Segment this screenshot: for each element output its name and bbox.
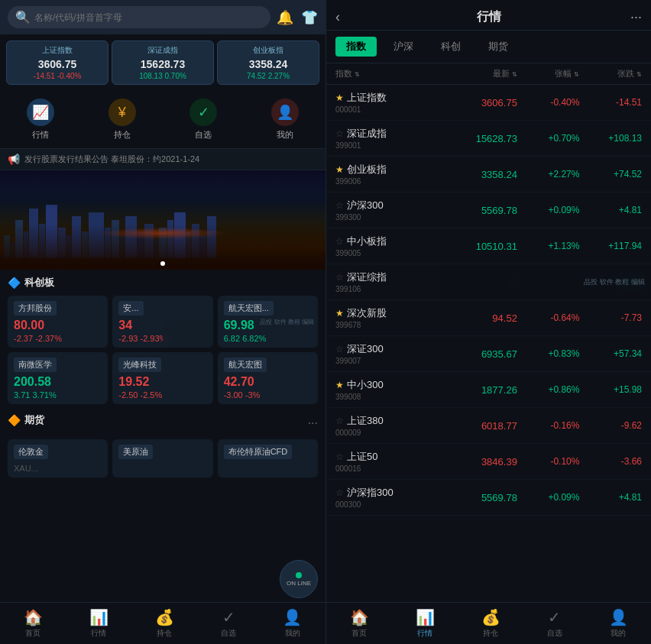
mr-code: 399008 [335, 393, 439, 401]
nav-item-zixuan[interactable]: ✓ 自选 [189, 99, 217, 141]
index-title-shzs: 上证指数 [11, 45, 103, 56]
star-icon[interactable]: ☆ [335, 344, 344, 354]
market-row[interactable]: ☆ 沪深300 399300 5569.78 +0.09% +4.81 [326, 193, 651, 228]
stock-price: 42.70 [224, 375, 312, 389]
sort-change-icon[interactable]: ⇅ [636, 71, 642, 78]
mr-code: 000001 [335, 105, 439, 114]
rbnav-hangqing[interactable]: 📊 行情 [416, 608, 435, 639]
mr-code: 399007 [335, 357, 439, 365]
mr-price: 5569.78 [439, 205, 517, 216]
star-icon[interactable]: ★ [335, 380, 344, 390]
mr-name-col: ☆ 中小板指 399005 [335, 235, 439, 257]
futures-card-oil[interactable]: 美原油 [112, 439, 212, 477]
market-row[interactable]: ☆ 中小板指 399005 10510.31 +1.13% +117.94 [326, 228, 651, 264]
rbnav-label-zx: 自选 [547, 628, 562, 639]
market-row[interactable]: ☆ 深证300 399007 6935.67 +0.83% +57.34 [326, 336, 651, 372]
mr-pct: -0.10% [517, 456, 580, 467]
sort-pct-icon[interactable]: ⇅ [574, 71, 579, 78]
nav-item-wode[interactable]: 👤 我的 [271, 99, 299, 141]
market-row[interactable]: ☆ 深证成指 399001 15628.73 +0.70% +108.13 [326, 121, 651, 157]
mr-name: 上证50 [347, 450, 377, 464]
star-icon[interactable]: ☆ [335, 128, 344, 139]
rbnav-chicang[interactable]: 💰 持仓 [481, 608, 500, 639]
right-tabs: 指数 沪深 科创 期货 [326, 31, 651, 63]
stock-card-hangtian2[interactable]: 航天宏图 42.70 -3.00 -3% [218, 352, 318, 404]
stock-card-guangfeng[interactable]: 光峰科技 19.52 -2.50 -2.5% [112, 352, 212, 404]
search-input[interactable] [34, 12, 263, 23]
hangqing-icon: 📈 [27, 99, 54, 126]
star-icon[interactable]: ☆ [335, 272, 344, 283]
index-card-shzs[interactable]: 上证指数 3606.75 -14.51 -0.40% [6, 40, 108, 85]
market-row[interactable]: ☆ 上证50 000016 3846.39 -0.10% -3.66 [326, 444, 651, 480]
tab-qihuo[interactable]: 期货 [478, 37, 519, 57]
nav-item-hangqing[interactable]: 📈 行情 [27, 99, 54, 141]
bnav-wode[interactable]: 👤 我的 [283, 608, 302, 639]
star-icon[interactable]: ☆ [335, 236, 344, 247]
star-icon[interactable]: ☆ [335, 451, 344, 462]
kechuang-stock-grid: 方邦股份 80.00 -2.37 -2.37% 安... 34 -2.93 -2… [8, 296, 318, 348]
search-box[interactable]: 🔍 [8, 6, 270, 28]
stock-card-hangtian[interactable]: 航天宏图... 69.98 6.82 6.82% 品投 软件 教程 编辑 [218, 296, 318, 348]
mr-price: 6935.67 [439, 348, 517, 360]
stock-card-an[interactable]: 安... 34 -2.93 -2.93% [112, 296, 212, 348]
bell-icon[interactable]: 🔔 [277, 9, 293, 26]
mr-change: -14.51 [579, 97, 642, 108]
market-row[interactable]: ☆ 深证综指 399106 -- +6.86 品投 软件 教程 编辑 [326, 264, 651, 300]
chicang-icon: ¥ [108, 99, 136, 126]
star-icon[interactable]: ☆ [335, 487, 344, 498]
market-row[interactable]: ☆ 沪深指300 000300 5569.78 +0.09% +4.81 [326, 480, 651, 516]
star-icon[interactable]: ★ [335, 92, 344, 103]
back-arrow-icon[interactable]: ‹ [335, 9, 340, 25]
market-row[interactable]: ★ 创业板指 399006 3358.24 +2.27% +74.52 [326, 157, 651, 193]
bnav-hangqing[interactable]: 📊 行情 [89, 608, 108, 639]
star-icon[interactable]: ★ [335, 164, 344, 175]
mr-name-col: ★ 中小300 399008 [335, 378, 439, 401]
index-card-szcz[interactable]: 深证成指 15628.73 108.13 0.70% [112, 40, 214, 85]
star-icon[interactable]: ★ [335, 308, 344, 319]
index-change-shzs: -14.51 -0.40% [11, 72, 103, 80]
mr-price: 15628.73 [439, 133, 517, 144]
rbnav-label-cc: 持仓 [483, 628, 498, 639]
sort-name-icon[interactable]: ⇅ [355, 71, 360, 78]
sort-price-icon[interactable]: ⇅ [512, 71, 517, 78]
rbnav-home[interactable]: 🏠 首页 [350, 608, 369, 639]
tab-kechuang[interactable]: 科创 [430, 37, 471, 57]
mr-star: ★ 中小300 [335, 378, 439, 392]
user-icon[interactable]: 👕 [301, 9, 318, 26]
futures-card-gold[interactable]: 伦敦金 XAU... [8, 439, 108, 477]
online-button[interactable]: ON LINE [280, 560, 318, 598]
stock-card-nanwei[interactable]: 南微医学 200.58 3.71 3.71% [8, 352, 108, 404]
market-row[interactable]: ★ 上证指数 000001 3606.75 -0.40% -14.51 [326, 85, 651, 121]
star-icon[interactable]: ☆ [335, 200, 344, 211]
rbnav-zixuan[interactable]: ✓ 自选 [547, 608, 562, 639]
mr-pct: +0.09% [517, 492, 580, 503]
futures-card-brent[interactable]: 布伦特原油CFD [218, 439, 318, 477]
bnav-zixuan[interactable]: ✓ 自选 [221, 608, 236, 639]
rbnav-wode[interactable]: 👤 我的 [609, 608, 628, 639]
index-change-cyb: 74.52 2.27% [222, 72, 314, 80]
mr-code: 399300 [335, 213, 439, 222]
futures-section: 🔶 期货 ··· 伦敦金 XAU... 美原油 布伦特原油CFD [0, 410, 326, 484]
mr-name: 中小300 [347, 378, 384, 392]
bnav-chicang[interactable]: 💰 持仓 [155, 608, 174, 639]
stock-card-fangbang[interactable]: 方邦股份 80.00 -2.37 -2.37% [8, 296, 108, 348]
mr-name: 沪深指300 [347, 486, 394, 500]
tab-zhishu[interactable]: 指数 [335, 37, 377, 57]
star-icon[interactable]: ☆ [335, 416, 344, 426]
right-more-icon[interactable]: ··· [630, 9, 642, 25]
market-row[interactable]: ★ 中小300 399008 1877.26 +0.86% +15.98 [326, 372, 651, 408]
more-dots-icon[interactable]: ··· [308, 416, 318, 430]
market-row[interactable]: ☆ 上证380 000009 6018.77 -0.16% -9.62 [326, 408, 651, 444]
tab-hushen[interactable]: 沪深 [383, 37, 424, 57]
nav-item-chicang[interactable]: ¥ 持仓 [108, 99, 136, 141]
stock-price: 200.58 [14, 375, 102, 389]
nav-label-hangqing: 行情 [32, 129, 49, 141]
mr-price: 5569.78 [439, 492, 517, 503]
bnav-home[interactable]: 🏠 首页 [24, 608, 43, 639]
home-icon: 🏠 [24, 608, 43, 626]
mr-change: +4.81 [579, 492, 642, 503]
bnav-label-home: 首页 [25, 628, 40, 639]
market-row[interactable]: ★ 深次新股 399678 94.52 -0.64% -7.73 [326, 300, 651, 336]
th-price: 最新 ⇅ [439, 68, 517, 79]
index-card-cyb[interactable]: 创业板指 3358.24 74.52 2.27% [217, 40, 319, 85]
